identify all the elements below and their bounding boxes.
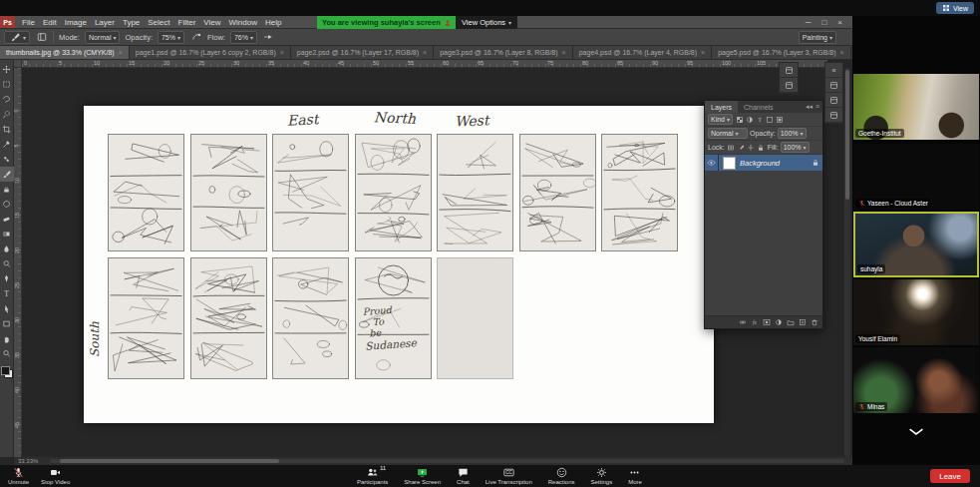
flow-select[interactable]: 76%▾ — [230, 31, 257, 44]
menu-type[interactable]: Type — [119, 18, 144, 27]
spot-heal-tool[interactable] — [0, 152, 14, 167]
smart-object-filter-icon[interactable] — [775, 115, 784, 124]
pixel-layer-filter-icon[interactable] — [735, 115, 744, 124]
color-swatches[interactable] — [1, 366, 13, 378]
layer-effects-icon[interactable]: fx — [750, 318, 759, 327]
mode-select[interactable]: Normal▾ — [85, 31, 121, 44]
pressure-opacity-icon[interactable] — [189, 31, 202, 43]
add-layer-mask-icon[interactable] — [762, 318, 771, 327]
eraser-tool[interactable] — [0, 212, 14, 227]
layer-opacity-select[interactable]: 100%▾ — [778, 128, 807, 139]
rect-marquee-tool[interactable] — [0, 77, 14, 92]
brush-preset-picker[interactable]: ▾ — [4, 31, 30, 44]
lock-all-icon[interactable] — [757, 143, 766, 152]
participant-tile-minas[interactable]: Minas — [853, 347, 979, 413]
delete-layer-icon[interactable] — [810, 318, 818, 327]
move-tool[interactable] — [0, 62, 14, 77]
lock-transparency-icon[interactable] — [727, 143, 736, 152]
dodge-tool[interactable] — [0, 256, 14, 271]
close-tab-icon[interactable]: × — [280, 49, 284, 56]
shape-layer-filter-icon[interactable] — [765, 115, 774, 124]
kind-filter-select[interactable]: Kind▾ — [708, 114, 733, 125]
toggle-brush-panel-icon[interactable] — [35, 31, 48, 43]
settings-button[interactable]: Settings — [584, 465, 618, 487]
zoom-level[interactable]: 33.33% — [18, 458, 38, 464]
document-canvas[interactable]: East North West South ProudTobeSudanese — [84, 106, 714, 423]
path-select-tool[interactable] — [0, 301, 14, 316]
lock-image-icon[interactable] — [737, 143, 746, 152]
opacity-select[interactable]: 75%▾ — [158, 31, 184, 44]
horizontal-scroll-thumb[interactable] — [60, 459, 279, 463]
eyedropper-tool[interactable] — [0, 137, 14, 152]
brush-panel-icon[interactable] — [825, 108, 842, 123]
menu-select[interactable]: Select — [144, 18, 173, 27]
menu-filter[interactable]: Filter — [174, 18, 200, 27]
collapse-dock-icon[interactable]: « — [825, 63, 842, 78]
blur-tool[interactable] — [0, 242, 14, 256]
vertical-scroll-thumb[interactable] — [845, 70, 849, 200]
brush-tool[interactable] — [0, 167, 14, 182]
hand-tool[interactable] — [0, 331, 14, 346]
view-options-dropdown[interactable]: View Options ▾ — [456, 16, 517, 29]
adjustment-layer-filter-icon[interactable] — [745, 115, 754, 124]
document-tab-5[interactable]: page4.psd @ 16.7% (Layer 4, RGB/8)× — [573, 46, 713, 59]
new-adjustment-layer-icon[interactable] — [774, 318, 783, 327]
participant-tile-goethe-institut[interactable]: Goethe-Institut — [853, 74, 979, 140]
collapse-panel-icon[interactable]: ◂◂ — [806, 103, 813, 111]
brush-presets-panel-icon[interactable] — [780, 63, 798, 78]
layer-thumbnail[interactable] — [723, 157, 736, 170]
more-button[interactable]: More — [622, 465, 648, 487]
document-tab-6[interactable]: page5.psd @ 16.7% (Layer 3, RGB/8)× — [712, 46, 851, 59]
menu-edit[interactable]: Edit — [39, 18, 61, 27]
close-tab-icon[interactable]: × — [562, 49, 566, 56]
clone-stamp-tool[interactable] — [0, 182, 14, 197]
view-button[interactable]: View — [936, 2, 974, 14]
fill-select[interactable]: 100%▾ — [781, 142, 810, 153]
type-layer-filter-icon[interactable]: T — [755, 115, 764, 124]
link-layers-icon[interactable] — [738, 318, 747, 327]
color-panel-icon[interactable] — [825, 78, 842, 93]
panel-menu-icon[interactable]: ≡ — [816, 103, 819, 111]
quick-select-tool[interactable] — [0, 107, 14, 122]
document-tab-1[interactable]: thumbnails.jpg @ 33.3% (CMYK/8)× — [0, 46, 130, 59]
vertical-scrollbar[interactable] — [844, 68, 850, 457]
reactions-button[interactable]: Reactions — [542, 465, 581, 487]
menu-image[interactable]: Image — [61, 18, 91, 27]
airbrush-icon[interactable] — [262, 31, 275, 43]
participant-tile-yaseen-cloud-aster[interactable]: Yaseen - Cloud Aster — [853, 144, 979, 210]
menu-layer[interactable]: Layer — [91, 18, 119, 27]
tool-presets-panel-icon[interactable] — [780, 78, 798, 93]
visibility-toggle[interactable] — [705, 155, 719, 171]
zoom-tool[interactable] — [0, 346, 14, 361]
stop-video-button[interactable]: Stop Video — [35, 465, 76, 487]
close-tab-icon[interactable]: × — [840, 49, 844, 56]
pen-tool[interactable] — [0, 271, 14, 286]
menu-view[interactable]: View — [199, 18, 224, 27]
tab-channels[interactable]: Channels — [738, 101, 780, 113]
maximize-icon[interactable]: □ — [821, 18, 826, 27]
live-transcription-button[interactable]: CCLive Transcription — [480, 465, 538, 487]
menu-help[interactable]: Help — [261, 18, 285, 27]
document-tab-3[interactable]: page2.psd @ 16.7% (Layer 17, RGB/8)× — [291, 46, 434, 59]
layer-row-background[interactable]: Background — [705, 155, 822, 171]
type-tool[interactable]: T — [0, 286, 14, 301]
document-tab-2[interactable]: page1.psd @ 16.7% (Layer 6 copy 2, RGB/8… — [130, 46, 291, 59]
lock-position-icon[interactable] — [747, 143, 756, 152]
close-icon[interactable]: × — [837, 18, 842, 27]
crop-tool[interactable] — [0, 122, 14, 137]
blend-mode-select[interactable]: Normal▾ — [708, 128, 748, 139]
new-layer-icon[interactable] — [798, 318, 807, 327]
leave-button[interactable]: Leave — [930, 469, 970, 483]
gradient-tool[interactable] — [0, 227, 14, 242]
close-tab-icon[interactable]: × — [423, 49, 427, 56]
ruler-origin[interactable] — [14, 60, 22, 68]
minimize-icon[interactable]: ─ — [806, 18, 812, 27]
chat-button[interactable]: Chat — [451, 465, 476, 487]
tab-layers[interactable]: Layers — [705, 101, 738, 113]
participant-tile-suhayla[interactable]: suhayla — [853, 212, 979, 277]
close-tab-icon[interactable]: × — [701, 49, 705, 56]
menu-window[interactable]: Window — [225, 18, 261, 27]
close-tab-icon[interactable]: × — [119, 49, 123, 56]
foreground-color-swatch[interactable] — [1, 366, 10, 375]
workspace-switcher[interactable]: Painting▾ — [799, 31, 836, 44]
